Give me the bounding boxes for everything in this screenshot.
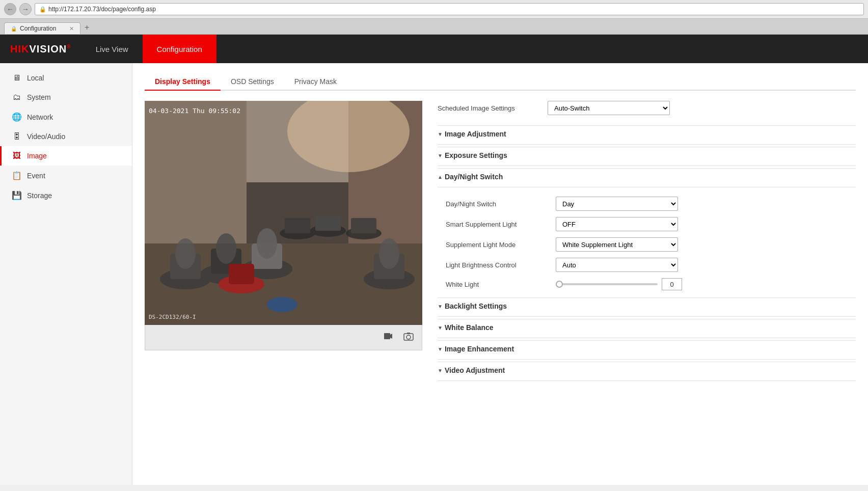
day-night-control: Day Night Auto Scheduled [556,197,856,211]
day-night-switch-title: Day/Night Switch [445,173,503,181]
exposure-settings-divider [438,166,856,166]
backlight-settings-header[interactable]: ▼ Backlight Settings [438,297,856,314]
top-navigation: HIKVISION® Live View Configuration [0,35,868,63]
tab-bar: 🔒 Configuration ✕ + [0,19,868,34]
sidebar-item-video-audio[interactable]: 🎛 Video/Audio [0,127,132,146]
video-adjustment-header[interactable]: ▼ Video Adjustment [438,362,856,378]
sidebar-label-storage: Storage [27,192,52,200]
white-light-slider-container: 0 [556,278,856,290]
image-adjustment-divider [438,144,856,145]
scheduled-image-select[interactable]: Auto-Switch Scheduled Manual [548,101,670,115]
white-light-control: 0 [556,278,856,290]
tab-osd-settings[interactable]: OSD Settings [221,73,284,91]
image-enhancement-divider [438,359,856,360]
sidebar-label-image: Image [27,152,47,160]
record-button[interactable] [381,329,395,346]
nav-live-view[interactable]: Live View [82,35,143,63]
sidebar-label-event: Event [27,172,45,180]
image-adjustment-chevron: ▼ [438,131,443,137]
camera-scene: 04-03-2021 Thu 09:55:02 DS-2CD132/60-I [145,101,422,325]
nav-links: Live View Configuration [82,35,216,63]
main-content: Display Settings OSD Settings Privacy Ma… [132,63,868,485]
browser-toolbar: ← → 🔒 http://172.17.20.73/doc/page/confi… [0,0,868,19]
browser-tab[interactable]: 🔒 Configuration ✕ [4,22,80,34]
camera-preview-container: 04-03-2021 Thu 09:55:02 DS-2CD132/60-I [145,101,422,383]
svg-rect-30 [384,333,390,339]
logo: HIKVISION® [0,43,82,55]
day-night-label: Day/Night Switch [446,200,548,208]
tab-close-button[interactable]: ✕ [69,25,74,32]
lock-icon: 🔒 [39,6,46,13]
supplement-light-mode-field: Supplement Light Mode White Supplement L… [446,234,856,255]
svg-text:04-03-2021 Thu 09:55:02: 04-03-2021 Thu 09:55:02 [149,107,240,115]
day-night-content: Day/Night Switch Day Night Auto Schedule… [438,189,856,297]
camera-icon [403,331,414,341]
tab-favicon: 🔒 [11,26,17,32]
smart-supplement-light-control: OFF ON [556,217,856,231]
address-bar: 🔒 http://172.17.20.73/doc/page/config.as… [35,3,864,15]
sidebar-label-local: Local [27,74,44,82]
camera-controls [145,325,422,350]
content-area: 🖥 Local 🗂 System 🌐 Network 🎛 Video/Audio… [0,63,868,485]
app: HIKVISION® Live View Configuration 🖥 Loc… [0,35,868,485]
light-brightness-control-label: Light Brightness Control [446,261,548,269]
logo-registered: ® [67,44,71,49]
light-brightness-control-control: Auto Manual [556,258,856,272]
exposure-settings-title: Exposure Settings [445,151,507,159]
forward-button[interactable]: → [19,3,32,15]
storage-icon: 💾 [12,190,22,200]
white-balance-header[interactable]: ▼ White Balance [438,319,856,336]
white-balance-chevron: ▼ [438,325,443,331]
white-light-label: White Light [446,281,548,288]
white-light-value: 0 [662,278,682,290]
sidebar-item-event[interactable]: 📋 Event [0,166,132,185]
url-text: http://172.17.20.73/doc/page/config.asp [48,6,156,13]
display-settings-layout: 04-03-2021 Thu 09:55:02 DS-2CD132/60-I [145,101,856,383]
video-audio-icon: 🎛 [12,132,22,141]
sidebar-item-system[interactable]: 🗂 System [0,88,132,107]
image-enhancement-title: Image Enhancement [445,345,514,353]
light-brightness-control-select[interactable]: Auto Manual [556,258,678,272]
sidebar-item-storage[interactable]: 💾 Storage [0,185,132,205]
exposure-settings-header[interactable]: ▼ Exposure Settings [438,147,856,163]
settings-panel: Scheduled Image Settings Auto-Switch Sch… [438,101,856,383]
day-night-divider [438,187,856,187]
sidebar-item-image[interactable]: 🖼 Image [0,146,132,166]
day-night-select[interactable]: Day Night Auto Scheduled [556,197,678,211]
snapshot-button[interactable] [401,329,416,346]
camera-preview: 04-03-2021 Thu 09:55:02 DS-2CD132/60-I [145,101,422,350]
smart-supplement-light-label: Smart Supplement Light [446,221,548,228]
smart-supplement-light-select[interactable]: OFF ON [556,217,678,231]
white-light-field: White Light 0 [446,275,856,293]
white-light-slider[interactable] [556,283,658,285]
supplement-light-mode-control: White Supplement Light IR Light Smart Su… [556,237,856,252]
back-button[interactable]: ← [4,3,16,15]
sidebar-label-video-audio: Video/Audio [27,132,65,141]
day-night-switch-header[interactable]: ▲ Day/Night Switch [438,168,856,185]
tab-display-settings[interactable]: Display Settings [145,73,221,91]
backlight-settings-title: Backlight Settings [445,302,507,310]
tab-privacy-mask[interactable]: Privacy Mask [284,73,347,91]
image-adjustment-title: Image Adjustment [445,130,506,138]
sidebar: 🖥 Local 🗂 System 🌐 Network 🎛 Video/Audio… [0,63,132,485]
network-icon: 🌐 [12,112,22,122]
video-adjustment-chevron: ▼ [438,368,443,373]
browser-chrome: ← → 🔒 http://172.17.20.73/doc/page/confi… [0,0,868,35]
new-tab-button[interactable]: + [80,21,93,34]
image-enhancement-header[interactable]: ▼ Image Enhancement [438,340,856,357]
scheduled-image-label: Scheduled Image Settings [438,104,539,112]
exposure-settings-chevron: ▼ [438,153,443,158]
image-adjustment-header[interactable]: ▼ Image Adjustment [438,125,856,142]
day-night-switch-chevron: ▲ [438,174,443,180]
sidebar-item-network[interactable]: 🌐 Network [0,107,132,127]
image-icon: 🖼 [12,151,22,160]
svg-rect-27 [145,101,422,325]
sidebar-label-system: System [27,93,51,101]
event-icon: 📋 [12,171,22,180]
sidebar-item-local[interactable]: 🖥 Local [0,68,132,88]
camera-image: 04-03-2021 Thu 09:55:02 DS-2CD132/60-I [145,101,422,325]
supplement-light-mode-select[interactable]: White Supplement Light IR Light Smart Su… [556,237,678,252]
nav-configuration[interactable]: Configuration [143,35,216,63]
sidebar-label-network: Network [27,113,53,121]
smart-supplement-light-field: Smart Supplement Light OFF ON [446,214,856,234]
